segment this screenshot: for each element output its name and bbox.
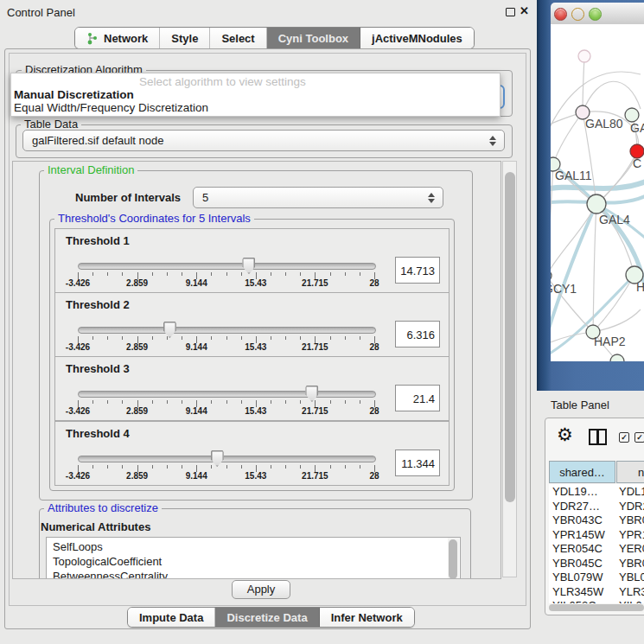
popup-item-manual-discretization[interactable]: Manual Discretization (14, 88, 134, 101)
tick-mark (360, 336, 360, 340)
table-row[interactable]: YDL19…YDL1 (549, 484, 644, 499)
list-item[interactable]: TopologicalCoefficient (53, 554, 162, 569)
popup-prompt-item[interactable]: Select algorithm to view settings (139, 75, 306, 88)
svg-text:GCY1: GCY1 (551, 282, 577, 296)
tick-mark (92, 336, 93, 340)
table-row[interactable]: YLR345WYLR3 (549, 584, 644, 599)
tab-impute-data[interactable]: Impute Data (128, 608, 215, 627)
tick-mark (360, 400, 360, 404)
tick-label: 2.859 (126, 471, 148, 481)
tab-style[interactable]: Style (160, 28, 210, 48)
tick-mark (167, 272, 168, 276)
tick-mark (226, 272, 227, 276)
tick-label: -3.426 (66, 471, 90, 481)
cell-shared-name: YBR043C (552, 513, 603, 527)
attributes-group-label: Attributes to discretize (44, 502, 162, 514)
tab-cyni-toolbox[interactable]: Cyni Toolbox (267, 28, 360, 48)
tick-mark (107, 272, 108, 276)
list-scrollbar[interactable] (448, 538, 459, 579)
tick-mark (330, 465, 331, 469)
table-data-combo[interactable]: galFiltered.sif default node (22, 130, 505, 151)
zoom-light-icon[interactable] (589, 8, 602, 21)
table-row[interactable]: YDR27…YDR2 (549, 499, 644, 513)
tab-label: Network (104, 32, 148, 45)
tab-select[interactable]: Select (210, 28, 266, 48)
slider-track[interactable] (78, 327, 376, 334)
svg-text:GAL11: GAL11 (555, 169, 592, 182)
tick-label: 28 (369, 342, 379, 352)
tick-mark (241, 465, 242, 469)
threshold-label: Threshold 3 (66, 362, 130, 375)
tick-mark (152, 465, 153, 469)
float-window-icon[interactable] (506, 8, 515, 16)
settings-scrollbar[interactable] (502, 161, 517, 577)
tick-mark (226, 400, 227, 404)
checkbox-icon[interactable]: ✓ (634, 432, 644, 443)
close-panel-icon[interactable]: ✕ (520, 4, 529, 17)
column-header-name[interactable]: na (616, 461, 644, 483)
tab-discretize-data[interactable]: Discretize Data (215, 608, 319, 627)
table-hscrollbar[interactable] (549, 603, 644, 612)
svg-text:HAP2: HAP2 (594, 335, 626, 348)
list-item[interactable]: BetweennessCentrality (53, 569, 168, 579)
network-window-titlebar[interactable] (551, 3, 644, 25)
tab-label: jActiveMNodules (372, 32, 462, 45)
svg-text:C: C (633, 156, 641, 170)
svg-text:H: H (636, 280, 644, 294)
tick-mark (226, 465, 227, 469)
threshold-panel-2: Threshold 2-3.4262.8599.14415.4321.71528… (54, 292, 450, 357)
tick-label: 15.43 (245, 406, 266, 416)
numerical-attributes-list[interactable]: SelfLoopsTopologicalCoefficientBetweenne… (46, 537, 461, 579)
close-light-icon[interactable] (554, 8, 567, 21)
slider-track[interactable] (78, 456, 376, 462)
column-header-shared[interactable]: shared… (549, 461, 615, 483)
slider-thumb[interactable] (242, 258, 255, 274)
table-data-combo-value: galFiltered.sif default node (32, 134, 163, 147)
table-row[interactable]: YPR145WYPR1 (549, 527, 644, 542)
network-icon (86, 32, 99, 45)
cell-name: YBL0 (619, 570, 644, 584)
spinner-arrows-icon (428, 193, 435, 203)
threshold-value-field[interactable]: 21.4 (395, 385, 440, 411)
num-intervals-spinner[interactable]: 5 (193, 187, 443, 208)
tab-infer-network[interactable]: Infer Network (320, 608, 414, 627)
tick-mark (285, 400, 286, 404)
table-hscrollbar-thumb[interactable] (549, 604, 644, 611)
threshold-value-field[interactable]: 14.713 (395, 257, 440, 284)
threshold-label: Threshold 1 (66, 234, 130, 247)
columns-icon[interactable] (589, 429, 607, 445)
list-item[interactable]: SelfLoops (53, 539, 103, 554)
checkbox-icon[interactable]: ✓ (619, 432, 629, 443)
threshold-value-field[interactable]: 6.316 (395, 321, 440, 348)
apply-button[interactable]: Apply (232, 580, 290, 599)
tab-network[interactable]: Network (75, 28, 160, 48)
tick-mark (360, 272, 360, 276)
table-row[interactable]: YBL079WYBL0 (549, 570, 644, 584)
combo-arrows-icon (489, 136, 496, 146)
settings-scrollbar-thumb[interactable] (505, 172, 515, 502)
network-view[interactable]: GAL80GACGAL11GAL4GCY1HHAP2 (551, 24, 644, 361)
threshold-value-field[interactable]: 11.344 (395, 450, 440, 476)
tick-mark (241, 400, 242, 404)
cell-name: YBR0 (619, 556, 644, 571)
slider-thumb[interactable] (305, 386, 318, 402)
tick-mark (285, 336, 286, 340)
cell-shared-name: YDL19… (552, 484, 598, 499)
slider-thumb[interactable] (211, 450, 224, 467)
tick-label: 2.859 (126, 342, 148, 352)
table-row[interactable]: YER054CYER0 (549, 541, 644, 556)
slider-track[interactable] (78, 391, 376, 398)
panel-title: Control Panel (7, 6, 75, 19)
gear-icon[interactable]: ⚙ (557, 424, 573, 445)
minimize-light-icon[interactable] (571, 8, 584, 21)
list-scrollbar-thumb[interactable] (449, 539, 457, 579)
slider-thumb[interactable] (163, 322, 176, 338)
table-row[interactable]: YBR045CYBR0 (549, 556, 644, 571)
popup-item-equal-width-frequency[interactable]: Equal Width/Frequency Discretization (14, 101, 208, 114)
table-row[interactable]: YBR043CYBR0 (549, 513, 644, 527)
tab-jactivemnodules[interactable]: jActiveMNodules (360, 28, 474, 48)
tick-label: 15.43 (245, 471, 266, 481)
tick-label: 28 (369, 406, 379, 416)
slider-track[interactable] (78, 263, 376, 270)
tab-label: Style (171, 32, 198, 45)
